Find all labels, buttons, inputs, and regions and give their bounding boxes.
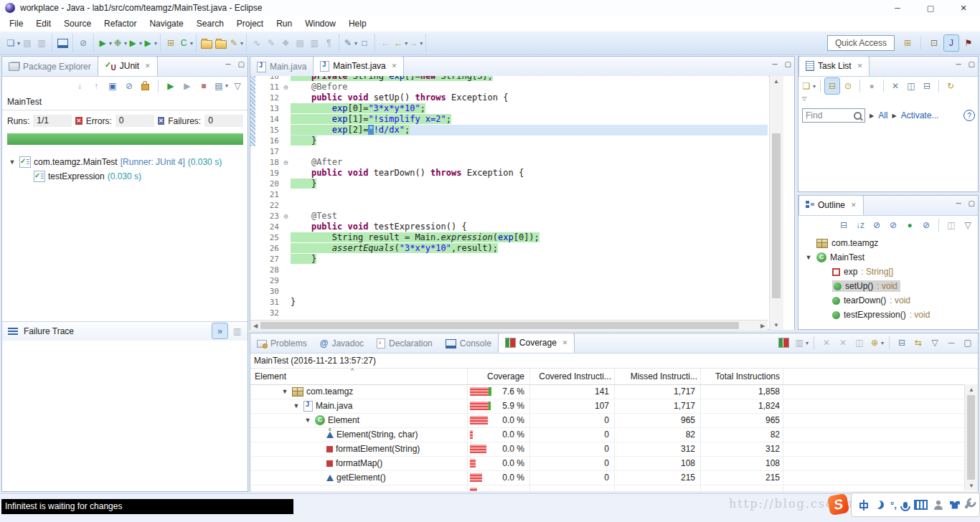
categorized-view-button[interactable]: ⊟: [825, 78, 839, 94]
debug-button[interactable]: ❉▾: [112, 35, 127, 51]
bottom-tab-problems[interactable]: Problems: [250, 334, 314, 353]
open-perspective-button[interactable]: ⊞: [900, 35, 915, 51]
editor-vertical-scrollbar[interactable]: ▲ ▼: [769, 76, 783, 330]
close-button[interactable]: ✕: [947, 4, 980, 13]
scrollbar-thumb[interactable]: [772, 133, 781, 298]
show-whitespace-button[interactable]: ▥: [307, 35, 321, 51]
scrollbar-thumb[interactable]: [967, 395, 975, 480]
minimize-view-button[interactable]: ─: [225, 60, 230, 68]
minimize-button[interactable]: ─: [881, 4, 914, 12]
scroll-right-arrow[interactable]: ▶: [758, 321, 768, 331]
show-source-button[interactable]: ▤: [293, 35, 307, 51]
scroll-lock-button[interactable]: [138, 78, 153, 94]
filter-completed-button[interactable]: ✕: [888, 78, 903, 94]
line-number[interactable]: 11: [255, 82, 281, 92]
forward-button[interactable]: →▾: [407, 35, 423, 51]
line-number[interactable]: 29: [255, 276, 281, 285]
line-number[interactable]: 19: [255, 169, 281, 178]
line-number[interactable]: 24: [255, 222, 281, 232]
code-line-31[interactable]: 31}: [250, 297, 768, 308]
menu-file[interactable]: File: [3, 16, 29, 31]
column-header-element[interactable]: Element: [255, 369, 463, 384]
synchronize-button[interactable]: ↻: [943, 78, 958, 94]
editor-horizontal-scrollbar[interactable]: ◀ ▶: [250, 320, 768, 331]
coverage-row-formatelement-string[interactable]: formatElement(String)0.0 %0312312: [250, 442, 978, 457]
bottom-tab-declaration[interactable]: Declaration: [370, 334, 439, 353]
menu-refactor[interactable]: Refactor: [98, 16, 143, 31]
bottom-tab-javadoc[interactable]: @Javadoc: [314, 334, 370, 353]
coverage-relaunch-button[interactable]: [777, 335, 791, 351]
menu-navigate[interactable]: Navigate: [143, 16, 189, 31]
junit-test-item[interactable]: ▼com.teamgz.MainTest[Runner: JUnit 4](0.…: [2, 155, 248, 169]
code-line-10[interactable]: 10 private String exp[]=new String[3];: [250, 76, 768, 82]
scheduled-view-button[interactable]: ⊙: [841, 78, 855, 94]
expander-icon[interactable]: ▼: [281, 388, 289, 395]
table-vertical-scrollbar[interactable]: ▲▼: [964, 384, 978, 490]
sort-button[interactable]: ↓z: [853, 217, 867, 233]
line-number[interactable]: 27: [255, 255, 281, 264]
expander-icon[interactable]: ▼: [292, 402, 301, 409]
outline-item-testexpression[interactable]: testExpression() : void: [798, 308, 978, 322]
outline-view-menu-button[interactable]: ▽: [961, 217, 975, 233]
activate-link[interactable]: Activate...: [901, 110, 939, 120]
line-number[interactable]: 26: [255, 244, 281, 253]
open-type-button[interactable]: [199, 35, 214, 51]
punctuation-icon[interactable]: °,: [890, 500, 897, 511]
sort-members-button[interactable]: ❖: [278, 35, 293, 51]
menu-window[interactable]: Window: [298, 16, 342, 31]
line-number[interactable]: 22: [255, 201, 281, 210]
code-line-29[interactable]: 29: [250, 275, 768, 286]
keyboard-icon[interactable]: [914, 500, 928, 510]
code-line-32[interactable]: 32: [250, 308, 768, 318]
previous-annotation-button[interactable]: □: [357, 35, 372, 51]
java-ee-perspective-button[interactable]: ⊡: [927, 35, 941, 51]
expander-icon[interactable]: ▼: [8, 158, 17, 166]
hide-non-public-button[interactable]: ●: [903, 217, 917, 233]
junit-view-menu-button[interactable]: ▽: [230, 78, 245, 94]
column-header-missed-instructi[interactable]: Missed Instructi...: [618, 369, 697, 384]
new-class-button[interactable]: C▾: [178, 35, 193, 51]
line-number[interactable]: 15: [255, 125, 281, 135]
flashlight-button-dropdown[interactable]: ▾: [240, 40, 243, 47]
toolbox-icon[interactable]: [964, 501, 971, 509]
select-from-editor-button[interactable]: ⇆: [911, 335, 925, 351]
minimize-view-button[interactable]: ─: [956, 199, 961, 207]
code-line-11[interactable]: 11⊖ @Before: [250, 82, 768, 92]
code-line-14[interactable]: 14 exp[1]="!simplify x=2";: [250, 114, 768, 125]
line-number[interactable]: 23: [255, 212, 281, 221]
line-number[interactable]: 18: [255, 158, 281, 167]
minimize-view-button[interactable]: ─: [772, 60, 777, 68]
tasklist-tab-task-list[interactable]: Task List✕: [798, 56, 870, 76]
close-tab-icon[interactable]: ✕: [857, 62, 863, 70]
hide-local-types-button[interactable]: ⊘: [919, 217, 933, 233]
forward-button-dropdown[interactable]: ▾: [420, 40, 423, 47]
account-icon[interactable]: [934, 500, 943, 510]
chinese-mode-icon[interactable]: [859, 500, 869, 511]
skin-icon[interactable]: [950, 501, 960, 509]
sogou-logo-icon[interactable]: S: [827, 493, 849, 516]
maximize-view-button[interactable]: ▢: [238, 60, 245, 68]
code-line-18[interactable]: 18⊖ @After: [250, 157, 768, 168]
outline-tab-outline[interactable]: Outline✕: [798, 195, 864, 215]
maximize-view-button[interactable]: ▢: [961, 335, 975, 351]
code-line-23[interactable]: 23⊖ @Test: [250, 211, 768, 222]
line-number[interactable]: 21: [255, 190, 281, 199]
menu-source[interactable]: Source: [57, 16, 98, 31]
maximize-view-button[interactable]: ▢: [969, 60, 975, 68]
maximize-view-button[interactable]: ▢: [969, 199, 975, 207]
coverage-row-com-teamgz[interactable]: ▼com.teamgz7.6 %1411,7171,858: [250, 384, 978, 399]
scroll-down-arrow[interactable]: ▼: [966, 480, 976, 490]
maximize-view-button[interactable]: ▢: [785, 60, 791, 68]
line-number[interactable]: 16: [255, 136, 281, 146]
rerun-failed-first-button[interactable]: ▶: [180, 78, 194, 94]
coverage-row-main-java[interactable]: ▼Main.java5.9 %1071,7171,824: [250, 399, 978, 414]
task-list-more-chevron[interactable]: ▽: [798, 95, 978, 105]
scroll-down-arrow[interactable]: ▼: [771, 320, 781, 330]
minimize-view-button[interactable]: ─: [944, 335, 958, 351]
open-console-button[interactable]: [55, 35, 70, 51]
export-session-button[interactable]: ▥▾: [793, 335, 809, 351]
rerun-test-button[interactable]: ▶: [164, 78, 178, 94]
menu-search[interactable]: Search: [190, 16, 230, 31]
run-button[interactable]: ▶▾: [127, 35, 142, 51]
expander-icon[interactable]: ▼: [303, 417, 312, 424]
